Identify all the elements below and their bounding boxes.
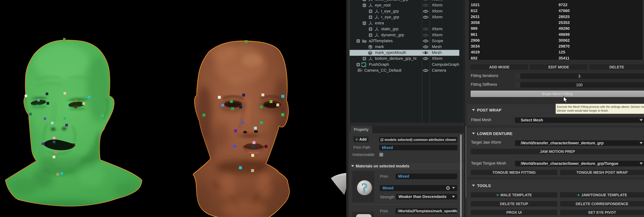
svg-text:?: ? xyxy=(361,181,368,195)
